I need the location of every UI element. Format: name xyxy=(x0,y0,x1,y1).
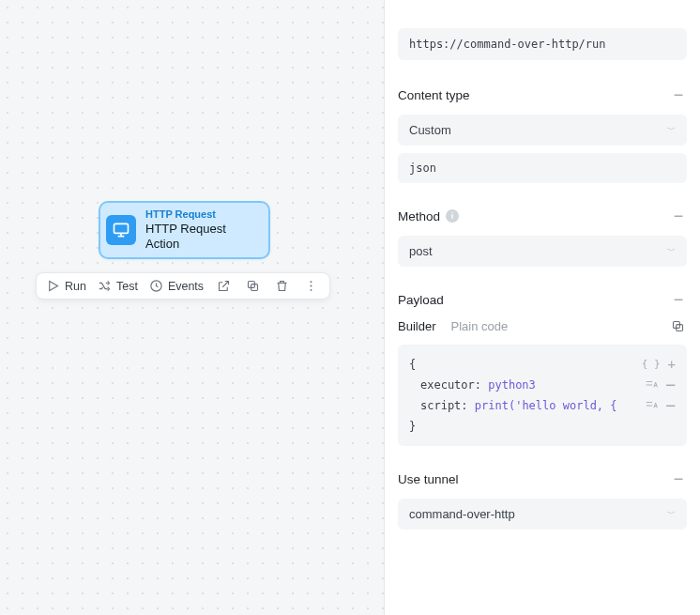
events-label: Events xyxy=(168,280,204,293)
method-title: Method xyxy=(398,209,440,223)
payload-line2-key: script xyxy=(420,399,461,412)
tab-plain-code[interactable]: Plain code xyxy=(450,319,508,333)
workflow-canvas[interactable]: HTTP Request HTTP Request Action Run Tes… xyxy=(0,0,385,615)
open-external-button[interactable] xyxy=(215,279,233,293)
chevron-down-icon: ﹀ xyxy=(667,508,676,520)
delete-button[interactable] xyxy=(273,279,291,293)
node-text: HTTP Request HTTP Request Action xyxy=(145,208,259,252)
copy-button[interactable] xyxy=(244,279,262,293)
test-label: Test xyxy=(116,280,138,293)
minus-icon: − xyxy=(674,291,684,308)
node-toolbar: Run Test Events xyxy=(36,272,330,300)
node-http-request[interactable]: HTTP Request HTTP Request Action xyxy=(99,201,270,259)
events-button[interactable]: Events xyxy=(149,279,204,293)
svg-point-9 xyxy=(311,289,312,291)
method-select[interactable]: post ﹀ xyxy=(398,236,687,267)
collapse-use-tunnel[interactable]: − xyxy=(670,470,687,487)
minus-icon: − xyxy=(674,470,684,487)
run-label: Run xyxy=(65,280,86,293)
clock-icon xyxy=(149,279,163,293)
run-button[interactable]: Run xyxy=(46,279,86,293)
minus-icon: − xyxy=(674,208,684,224)
svg-point-8 xyxy=(311,285,312,287)
more-vertical-icon xyxy=(304,279,318,293)
add-line-button[interactable]: + xyxy=(668,358,676,371)
svg-rect-0 xyxy=(114,223,129,233)
trash-icon xyxy=(275,279,289,293)
code-open-brace: { xyxy=(409,354,642,375)
section-content-type: Content type − Custom ﹀ json xyxy=(398,86,687,183)
copy-icon xyxy=(671,319,685,333)
node-title: HTTP Request Action xyxy=(145,222,259,253)
copy-payload-button[interactable] xyxy=(669,319,687,333)
tab-builder[interactable]: Builder xyxy=(398,319,435,333)
svg-marker-3 xyxy=(50,282,58,291)
external-link-icon xyxy=(217,279,231,293)
content-type-code-value: json xyxy=(409,161,436,175)
content-type-title: Content type xyxy=(398,88,470,102)
more-button[interactable] xyxy=(302,279,320,293)
use-tunnel-select[interactable]: command-over-http ﹀ xyxy=(398,499,687,530)
test-button[interactable]: Test xyxy=(98,279,138,293)
collapse-method[interactable]: − xyxy=(670,208,687,224)
content-type-select-value: Custom xyxy=(409,123,451,137)
payload-editor[interactable]: { { } + executor: python3 − xyxy=(398,345,687,446)
method-select-value: post xyxy=(409,244,433,258)
collapse-payload[interactable]: − xyxy=(670,291,687,308)
use-tunnel-title: Use tunnel xyxy=(398,472,459,486)
payload-title: Payload xyxy=(398,293,444,307)
code-close-brace: } xyxy=(409,416,676,437)
copy-icon xyxy=(246,279,260,293)
play-icon xyxy=(46,279,60,293)
node-type-label: HTTP Request xyxy=(145,208,259,222)
text-format-icon[interactable] xyxy=(645,378,658,392)
content-type-code-input[interactable]: json xyxy=(398,153,687,183)
minus-icon: − xyxy=(674,86,684,103)
remove-line-button[interactable]: − xyxy=(665,377,676,393)
use-tunnel-select-value: command-over-http xyxy=(409,507,515,521)
insert-braces-button[interactable]: { } xyxy=(642,354,661,375)
chevron-down-icon: ﹀ xyxy=(667,245,676,257)
svg-point-7 xyxy=(311,281,312,283)
section-use-tunnel: Use tunnel − command-over-http ﹀ xyxy=(398,470,687,530)
content-type-select[interactable]: Custom ﹀ xyxy=(398,115,687,146)
inspector-panel: https://command-over-http/run Content ty… xyxy=(385,0,700,615)
url-input[interactable]: https://command-over-http/run xyxy=(398,28,687,60)
chevron-down-icon: ﹀ xyxy=(667,124,676,136)
shuffle-icon xyxy=(98,279,112,293)
section-payload: Payload − Builder Plain code { xyxy=(398,291,687,446)
payload-line2-val: print('hello world, { xyxy=(475,399,617,412)
info-icon[interactable]: i xyxy=(446,209,459,223)
monitor-icon xyxy=(106,215,136,245)
payload-line1-key: executor xyxy=(420,378,475,392)
remove-line-button[interactable]: − xyxy=(665,397,676,414)
collapse-content-type[interactable]: − xyxy=(670,86,687,103)
section-method: Method i − post ﹀ xyxy=(398,208,687,267)
text-format-icon[interactable] xyxy=(645,399,658,412)
payload-line1-val: python3 xyxy=(488,378,536,392)
url-value: https://command-over-http/run xyxy=(409,38,606,51)
